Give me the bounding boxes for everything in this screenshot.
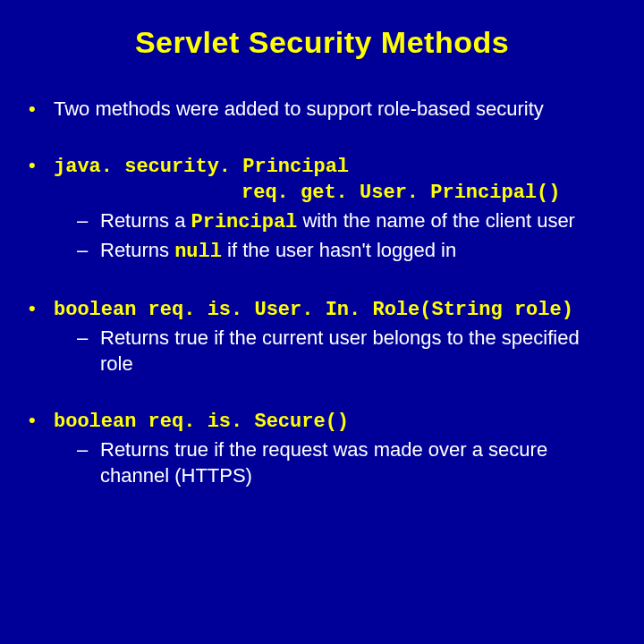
principal-sublist: Returns a Principal with the name of the…: [54, 208, 617, 265]
inrole-sub1-text: Returns true if the current user belongs…: [100, 326, 580, 375]
code-principal-call: req. get. User. Principal(): [54, 180, 617, 206]
principal-sub2: Returns null if the user hasn't logged i…: [54, 237, 617, 265]
principal-sub2-code: null: [174, 241, 222, 263]
bullet-inrole: boolean req. is. User. In. Role(String r…: [27, 295, 617, 377]
inrole-sub1: Returns true if the current user belongs…: [54, 325, 617, 377]
bullet-list: Two methods were added to support role-b…: [27, 96, 617, 488]
principal-sub1: Returns a Principal with the name of the…: [54, 208, 617, 235]
inrole-sublist: Returns true if the current user belongs…: [54, 325, 617, 377]
code-inrole: boolean req. is. User. In. Role(String r…: [54, 299, 573, 321]
bullet-intro: Two methods were added to support role-b…: [27, 96, 617, 122]
principal-sub2-pre: Returns: [100, 239, 174, 261]
bullet-principal: java. security. Principal req. get. User…: [27, 152, 617, 265]
page-title: Servlet Security Methods: [27, 25, 617, 60]
slide: Servlet Security Methods Two methods wer…: [0, 0, 644, 644]
principal-sub1-post: with the name of the client user: [297, 209, 575, 232]
principal-sub2-post: if the user hasn't logged in: [222, 239, 456, 261]
code-issecure: boolean req. is. Secure(): [54, 411, 349, 433]
principal-sub1-code: Principal: [191, 211, 298, 233]
principal-sub1-pre: Returns a: [100, 209, 191, 232]
issecure-sublist: Returns true if the request was made ove…: [54, 436, 617, 488]
code-principal-type: java. security. Principal: [54, 156, 349, 178]
issecure-sub1: Returns true if the request was made ove…: [54, 436, 617, 488]
bullet-intro-text: Two methods were added to support role-b…: [54, 97, 544, 120]
issecure-sub1-text: Returns true if the request was made ove…: [100, 438, 547, 487]
bullet-issecure: boolean req. is. Secure() Returns true i…: [27, 407, 617, 488]
